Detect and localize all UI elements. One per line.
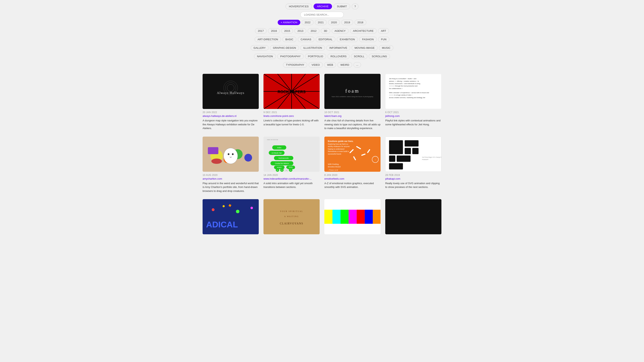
filter-art[interactable]: ART [378,28,389,34]
card-thumbnail[interactable]: YOUR SPIRITUAL A WAITING CLAIRVOYANS [264,199,320,234]
svg-point-39 [228,153,230,155]
svg-rect-81 [389,140,403,154]
card-link[interactable]: jeiihong.com [385,114,442,117]
filter-informative[interactable]: INFORMATIVE [326,45,350,51]
search-area [0,12,644,18]
svg-rect-106 [357,210,365,224]
filter-2019[interactable]: 2019 [341,20,353,25]
filter-scroll[interactable]: SCROLL [351,54,368,59]
card-link[interactable]: talent.foam.org [324,114,380,117]
card-description: A dungeon map style navigation lets you … [202,119,259,130]
card-index: index art book fair Index Art Book Fair … [264,137,320,193]
card-description: A site choc-full of charming details fro… [324,119,380,130]
nav-hoverstat[interactable]: HOVERSTAT.ES [286,4,312,9]
card-link[interactable]: pihakapi.com [385,177,442,180]
filter-video[interactable]: VIDEO [308,62,323,68]
filter-rollovers[interactable]: ROLLOVERS [328,54,350,59]
filter-web[interactable]: WEB [324,62,336,68]
svg-text:2020: 2020 [289,166,293,168]
cards-grid: Always Hallways 20 JAN 2022 always-hallw… [198,71,446,243]
filter-exhibition[interactable]: EXHIBITION [337,37,358,42]
filter-agency[interactable]: AGENCY [332,28,348,34]
filter-editorial[interactable]: EDITORIAL [316,37,336,42]
filter-more[interactable]: ... [354,62,361,68]
svg-text:across creative services, mark: across creative services, marketing and … [389,97,425,98]
svg-rect-107 [365,210,373,224]
filter-fashion[interactable]: FASHION [359,37,377,42]
svg-rect-37 [208,147,218,154]
svg-point-92 [212,209,214,211]
card-thumbnail[interactable]: Jeii Hong is a consultant ○ studio ○ and… [385,74,442,109]
filter-fun[interactable]: FUN [378,37,390,42]
svg-text:Via Prima Magic 22 N. Kampí 08: Via Prima Magic 22 N. Kampí 08 [422,156,441,158]
nav-question[interactable]: ? [352,4,358,9]
card-thumbnail[interactable] [385,199,442,234]
svg-text:24: 24 [281,169,283,171]
filter-3d[interactable]: 3D [321,28,330,34]
svg-text:23: 23 [277,169,278,171]
filter-portfolio[interactable]: PORTFOLIO [305,54,326,59]
card-pihakapi: Via Prima Magic 22 N. Kampí 08 PIHAKAPI … [385,137,442,193]
filter-architecture[interactable]: ARCHITECTURE [350,28,376,34]
svg-text:YOUR SPIRITUAL: YOUR SPIRITUAL [280,210,303,212]
card-link[interactable]: amycharlton.com [202,177,259,180]
filter-2017[interactable]: 2017 [255,28,267,34]
svg-rect-108 [373,210,380,224]
svg-point-38 [224,148,238,164]
filter-2021[interactable]: 2021 [315,20,327,25]
card-thumbnail[interactable]: ROCK PAPERS [264,74,320,109]
card-emotive: Emotions guide our lives. Exploring how … [324,137,380,193]
filter-art-direction[interactable]: ART-DIRECTION [254,37,281,42]
svg-text:Emotive Brand: Emotive Brand [328,165,340,167]
svg-text:foam: foam [345,88,360,94]
card-row3-1: ADICAL [202,199,259,236]
filter-2018[interactable]: 2018 [354,20,366,25]
card-thumbnail[interactable]: foam foam 2021 exhibition online doing t… [324,74,380,109]
card-thumbnail[interactable]: ADICAL [202,199,259,234]
filter-moving-image[interactable]: MOVING-IMAGE [352,45,378,51]
card-date: 20 JAN 2022 [202,111,259,114]
filter-illustration[interactable]: ILLUSTRATION [300,45,325,51]
filter-weird[interactable]: WEIRD [337,62,352,68]
filter-2012[interactable]: 2012 [308,28,320,34]
card-description: A solid intro animation with rigid yet s… [264,182,320,189]
card-thumbnail[interactable]: index art book fair Index Art Book Fair … [264,137,320,172]
svg-rect-86 [397,155,410,162]
filter-tags-row4: GALLERY GRAPHIC-DESIGN ILLUSTRATION INFO… [204,45,440,54]
card-thumbnail[interactable]: Always Hallways [202,74,259,109]
filter-2020[interactable]: 2020 [328,20,340,25]
filter-tags-row6: TYPOGRAPHY VIDEO WEB WEIRD ... [204,62,440,71]
filter-2013[interactable]: 2013 [294,28,306,34]
filter-navigation[interactable]: NAVIGATION [254,54,276,59]
svg-text:Art  Book Fair: Art Book Fair [272,152,282,154]
card-link[interactable]: emotivefeels.com [324,177,380,180]
filter-graphic-design[interactable]: GRAPHIC-DESIGN [270,45,299,51]
filter-canvas[interactable]: CANVAS [298,37,314,42]
card-description: Playful link styles with contextual anim… [385,119,442,126]
nav-archive[interactable]: ARCHIVE [314,4,332,9]
card-link[interactable]: always-hallways.de-ateliers.nl [202,114,259,117]
filter-photography[interactable]: PHOTOGRAPHY [277,54,304,59]
nav-submit[interactable]: SUBMIT [334,4,350,9]
svg-point-35 [244,154,252,161]
card-thumbnail[interactable] [324,199,380,234]
svg-text:PIHAKAPI: PIHAKAPI [422,159,428,160]
card-link[interactable]: lineto.com/#one-point-zero [264,114,320,117]
filter-music[interactable]: MUSIC [379,45,393,51]
filter-gallery[interactable]: GALLERY [251,45,269,51]
filter-2015[interactable]: 2015 [281,28,293,34]
filter-2022[interactable]: 2022 [302,20,314,25]
card-thumbnail[interactable]: Via Prima Magic 22 N. Kampí 08 PIHAKAPI [385,137,442,172]
card-thumbnail[interactable] [202,137,259,172]
filter-animation[interactable]: × ANIMATION [278,20,300,25]
filter-basic[interactable]: BASIC [282,37,296,42]
card-link[interactable]: www.indexartbookfair.com/kurimanzutto-..… [264,177,320,180]
svg-text:fun collaborations ○: fun collaborations ○ [389,88,402,89]
search-input[interactable] [300,12,344,18]
filter-scrolling[interactable]: SCROLLING [369,54,390,59]
filter-2016[interactable]: 2016 [268,28,280,34]
filter-typography[interactable]: TYPOGRAPHY [283,62,307,68]
svg-rect-84 [412,148,418,154]
card-thumbnail[interactable]: Emotions guide our lives. Exploring how … [324,137,380,172]
card-date: 9 DEC 2021 [264,111,320,114]
